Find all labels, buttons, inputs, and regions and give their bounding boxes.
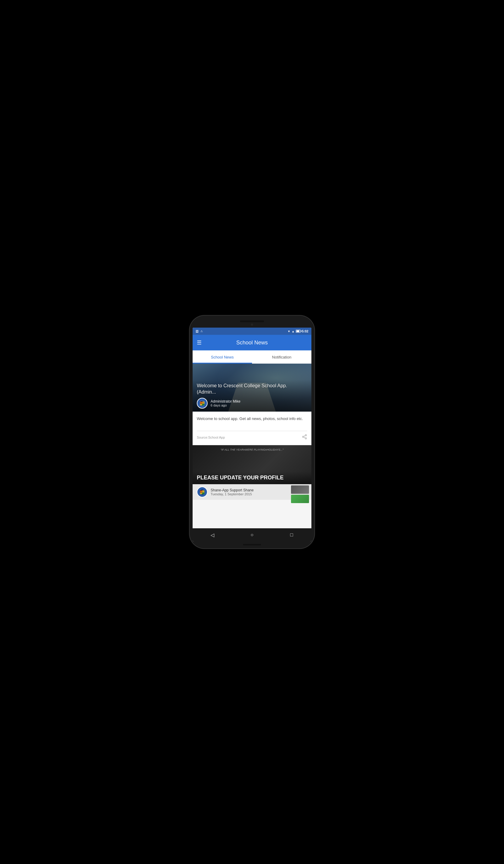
svg-rect-12 [202,490,204,492]
phone-bottom-bezel [193,544,311,545]
home-button[interactable]: ○ [245,528,259,541]
news-card-1-hero[interactable]: Welcome to Crescent College School App. … [193,363,311,411]
news-1-source: Source:School App [197,435,225,439]
hamburger-menu-icon[interactable]: ☰ [197,339,202,346]
tab-bar: School News Notification [193,350,311,363]
news-2-title: PLEASE UPDATE YOUR PROFILE [193,472,311,484]
tab-notification[interactable]: Notification [252,350,311,363]
svg-rect-3 [202,404,204,406]
svg-line-9 [304,437,305,438]
news-1-content-text: Welcome to school app. Get all news, pho… [197,416,307,422]
svg-point-8 [305,438,307,439]
news-2-avatar [197,487,208,497]
news-1-author-name: Administrator Mike [211,399,240,404]
svg-rect-2 [200,404,202,406]
news-1-title: Welcome to Crescent College School App. … [197,383,307,395]
svg-point-4 [201,402,202,403]
image-status-icon: 🖼 [195,330,199,333]
news-2-author-name: Shane-App Support Shane [211,488,253,492]
news-2-footer: Shane-App Support Shane Tuesday, 1 Septe… [193,484,311,500]
tab-school-news[interactable]: School News [193,350,252,363]
back-button[interactable]: ◁ [206,528,219,541]
app-bar-title: School News [236,339,267,346]
status-bar: 🖼 ⚠ ▼ ▲ 5:02 [193,328,311,335]
svg-point-7 [302,436,304,437]
signal-icon: ▲ [291,330,295,333]
news-1-author-row: Administrator Mike 6 days ago [197,398,307,409]
news-2-author-info: Shane-App Support Shane Tuesday, 1 Septe… [211,488,253,496]
svg-rect-14 [202,492,204,494]
news-2-thumbnail-images [291,485,309,503]
news-2-hero-image: PLEASE UPDATE YOUR PROFILE [193,445,311,484]
app-bar: ☰ School News [193,335,311,350]
thumbnail-2 [291,495,309,503]
alert-status-icon: ⚠ [200,330,203,333]
news-1-author-info: Administrator Mike 6 days ago [211,399,240,407]
svg-rect-13 [200,492,202,494]
hero-overlay: Welcome to Crescent College School App. … [193,380,311,411]
news-1-avatar [197,398,208,409]
bottom-navigation: ◁ ○ □ [193,528,311,541]
status-left-icons: 🖼 ⚠ [195,330,203,333]
news-1-author-time: 6 days ago [211,404,240,407]
svg-line-10 [304,435,305,436]
speaker-top [240,320,264,322]
tab-school-news-label: School News [211,355,234,359]
svg-point-5 [203,402,204,403]
status-right-icons: ▼ ▲ 5:02 [287,329,309,333]
tab-notification-label: Notification [272,355,291,359]
front-camera [251,323,253,326]
phone-screen: 🖼 ⚠ ▼ ▲ 5:02 ☰ School News School News [193,328,311,541]
wifi-icon: ▼ [287,330,290,333]
recent-apps-button[interactable]: □ [285,528,298,541]
phone-device: 🖼 ⚠ ▼ ▲ 5:02 ☰ School News School News [189,315,315,549]
thumbnail-1 [291,485,309,494]
battery-icon [296,330,301,333]
speaker-bottom [243,544,261,545]
svg-point-6 [305,434,307,436]
news-2-author-time: Tuesday, 1 September 2015 [211,492,253,496]
share-icon[interactable] [302,434,307,441]
news-1-content-card: Welcome to school app. Get all news, pho… [193,411,311,445]
status-time: 5:02 [302,329,309,333]
news-card-2[interactable]: PLEASE UPDATE YOUR PROFILE [193,445,311,500]
news-scroll-area: Welcome to Crescent College School App. … [193,363,311,528]
news-1-footer: Source:School App [197,431,307,441]
svg-point-15 [201,491,202,492]
